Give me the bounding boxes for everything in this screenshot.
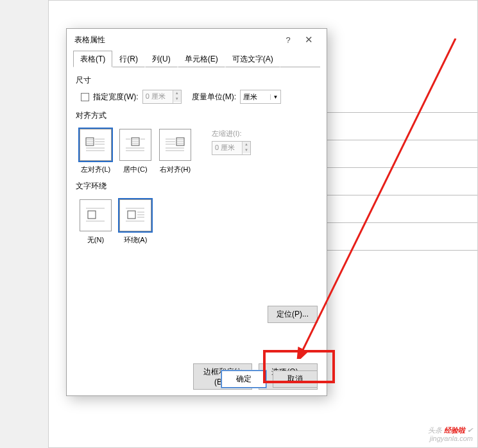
tab-strip: 表格(T) 行(R) 列(U) 单元格(E) 可选文字(A) xyxy=(67,51,327,67)
align-right-option[interactable]: 右对齐(H) xyxy=(159,129,191,174)
table-properties-dialog: 表格属性 ? ✕ 表格(T) 行(R) 列(U) 单元格(E) 可选文字(A) … xyxy=(66,28,327,396)
dialog-titlebar: 表格属性 ? ✕ xyxy=(67,29,327,51)
left-indent-spinner[interactable]: 0 厘米 ▲▼ xyxy=(212,141,251,155)
wrap-group: 文字环绕 无(N) 环绕(A) xyxy=(76,181,318,245)
alignment-group: 对齐方式 左对齐(L) 居中(C) 右对齐(H) 左缩进(I): 0 xyxy=(76,110,318,174)
watermark: 头条 经验啦 ✔ jingyanla.com xyxy=(428,426,473,443)
wrap-label: 文字环绕 xyxy=(76,181,318,192)
unit-label: 度量单位(M): xyxy=(192,92,236,103)
spinner-down-icon[interactable]: ▼ xyxy=(173,96,181,102)
svg-rect-26 xyxy=(88,211,96,219)
dialog-body: 尺寸 指定宽度(W): 0 厘米 ▲▼ 度量单位(M): 厘米 ▼ 对齐方式 xyxy=(67,67,327,259)
help-icon[interactable]: ? xyxy=(278,35,298,45)
unit-combo[interactable]: 厘米 ▼ xyxy=(240,90,281,104)
tab-column[interactable]: 列(U) xyxy=(145,51,178,67)
width-checkbox[interactable] xyxy=(81,93,89,101)
spinner-up-icon[interactable]: ▲ xyxy=(243,142,250,147)
width-checkbox-label: 指定宽度(W): xyxy=(93,92,139,103)
dialog-title: 表格属性 xyxy=(74,35,278,46)
wrap-none-option[interactable]: 无(N) xyxy=(80,199,112,245)
tab-cell[interactable]: 单元格(E) xyxy=(178,51,225,67)
spinner-down-icon[interactable]: ▼ xyxy=(243,147,250,153)
svg-rect-29 xyxy=(128,211,135,219)
wrap-around-option[interactable]: 环绕(A) xyxy=(119,199,151,245)
tab-table[interactable]: 表格(T) xyxy=(73,51,112,67)
size-group: 尺寸 指定宽度(W): 0 厘米 ▲▼ 度量单位(M): 厘米 ▼ xyxy=(76,75,318,104)
alignment-label: 对齐方式 xyxy=(76,110,318,121)
left-indent-label: 左缩进(I): xyxy=(212,129,251,138)
align-center-option[interactable]: 居中(C) xyxy=(119,129,151,174)
spinner-up-icon[interactable]: ▲ xyxy=(173,90,181,96)
ok-button[interactable]: 确定 xyxy=(221,370,266,388)
close-icon[interactable]: ✕ xyxy=(298,34,319,46)
width-spinner[interactable]: 0 厘米 ▲▼ xyxy=(142,90,182,104)
align-left-option[interactable]: 左对齐(L) xyxy=(80,129,112,174)
chevron-down-icon: ▼ xyxy=(270,94,280,100)
tab-row[interactable]: 行(R) xyxy=(112,51,145,67)
tab-alt-text[interactable]: 可选文字(A) xyxy=(225,51,280,67)
highlight-box xyxy=(263,350,335,383)
size-label: 尺寸 xyxy=(76,75,318,86)
position-button[interactable]: 定位(P)... xyxy=(268,306,318,323)
